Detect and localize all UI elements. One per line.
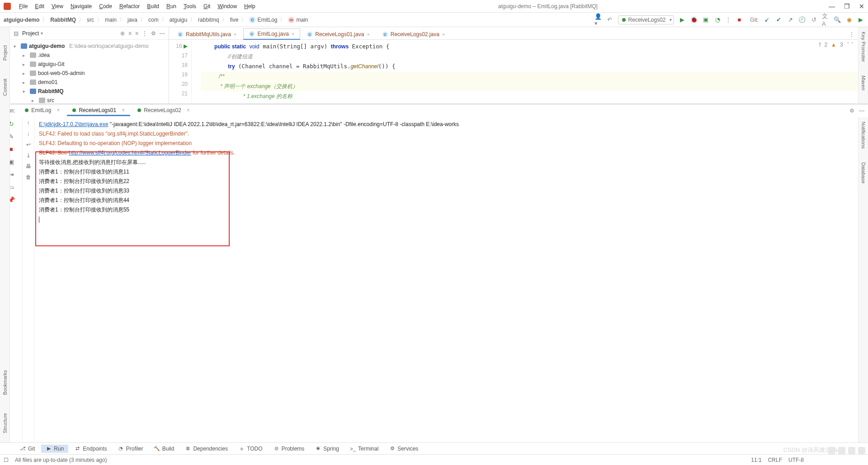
menu-code[interactable]: Code	[96, 2, 115, 10]
project-pane-title[interactable]: Project ▾	[22, 30, 43, 37]
menu-window[interactable]: Window	[215, 2, 240, 10]
tree-item-src[interactable]: ▸src	[10, 96, 169, 103]
vcs-update-icon[interactable]: ↙	[763, 16, 770, 23]
expand-all-icon[interactable]: ≡	[128, 30, 132, 37]
vcs-history-icon[interactable]: 🕘	[798, 16, 806, 23]
close-button[interactable]: ✕	[859, 3, 864, 10]
bottom-spring[interactable]: ❀Spring	[311, 445, 344, 453]
breadcrumb[interactable]: atguigu-demo〉 RabbitMQ〉 src〉main〉java〉co…	[4, 16, 308, 23]
bottom-dependencies[interactable]: ≣Dependencies	[180, 445, 232, 453]
editor-tab-EmitLog.java[interactable]: CEmitLog.java×	[243, 28, 300, 40]
collapse-all-icon[interactable]: ≡	[135, 30, 138, 37]
inspection-widget[interactable]: !2 ▲3 ˄ ˅	[819, 42, 854, 48]
tree-item-atguigu-Git[interactable]: ▸atguigu-Git	[10, 60, 169, 69]
search-icon[interactable]: 🔍	[834, 16, 841, 23]
console-output[interactable]: E:\jdk\jdk-17.0.2\bin\java.exe "-javaage…	[34, 117, 858, 442]
menu-build[interactable]: Build	[144, 2, 162, 10]
crumb-part[interactable]: java	[127, 17, 137, 23]
down-icon[interactable]: ↓	[27, 131, 30, 137]
undo-icon[interactable]: ↶	[606, 16, 613, 23]
run-hide-icon[interactable]: —	[859, 108, 864, 114]
editor-tabs-more-icon[interactable]: ⋮	[845, 29, 858, 39]
scroll-end-icon[interactable]: ⤓	[26, 152, 31, 159]
crumb-method[interactable]: main	[296, 17, 308, 23]
bottom-problems[interactable]: ⊘Problems	[269, 445, 309, 453]
up-icon[interactable]: ↑	[27, 120, 30, 126]
run-tab-EmitLog[interactable]: EmitLog×	[19, 106, 65, 116]
menu-refactor[interactable]: Refactor	[117, 2, 142, 10]
line-separator[interactable]: CRLF	[768, 457, 782, 463]
menu-tools[interactable]: Tools	[181, 2, 199, 10]
code-content[interactable]: public static void main(String[] argv) t…	[192, 40, 858, 103]
bottom-services[interactable]: ⚙Services	[385, 445, 423, 453]
console-cmd-link[interactable]: E:\jdk\jdk-17.0.2\bin\java.exe	[39, 121, 108, 127]
tree-item-.idea[interactable]: ▸.idea	[10, 51, 169, 60]
show-options-icon[interactable]: ⋮	[142, 30, 147, 37]
maximize-button[interactable]: ❐	[844, 3, 850, 10]
menu-git[interactable]: Git	[201, 2, 213, 10]
side-commit[interactable]: Commit	[2, 79, 8, 96]
user-icon[interactable]: 👤▾	[594, 16, 602, 23]
bottom-git[interactable]: ⎇Git	[15, 445, 39, 453]
menu-file[interactable]: File	[16, 2, 30, 10]
menu-help[interactable]: Help	[241, 2, 258, 10]
side-maven[interactable]: Maven	[861, 75, 866, 90]
vcs-commit-icon[interactable]: ✔	[775, 16, 782, 23]
code-with-me-icon[interactable]: ▶	[857, 16, 864, 23]
menu-run[interactable]: Run	[164, 2, 179, 10]
file-encoding[interactable]: UTF-8	[788, 457, 804, 463]
crumb-part[interactable]: rabbitmq	[198, 17, 219, 23]
caret-position[interactable]: 11:1	[751, 457, 761, 463]
hide-pane-icon[interactable]: —	[160, 30, 165, 37]
crumb-module[interactable]: RabbitMQ	[50, 17, 76, 23]
minimize-button[interactable]: —	[829, 3, 835, 10]
menu-view[interactable]: View	[49, 2, 66, 10]
side-project[interactable]: Project	[2, 45, 8, 61]
editor-tab-RabbitMqUtils.java[interactable]: CRabbitMqUtils.java×	[172, 29, 242, 39]
debug-icon[interactable]: 🐞	[690, 16, 698, 23]
side-key-promoter[interactable]: Key Promoter	[861, 32, 866, 62]
bottom-endpoints[interactable]: ⇄Endpoints	[70, 445, 111, 453]
soft-wrap-icon[interactable]: ↩	[26, 141, 31, 148]
bottom-build[interactable]: 🔨Build	[150, 445, 179, 453]
crumb-part[interactable]: com	[148, 17, 159, 23]
tree-root[interactable]: ▾ atguigu-demo E:\idea-workspace\atguigu…	[10, 42, 169, 51]
tree-item-demo01[interactable]: ▸demo01	[10, 78, 169, 87]
tree-item-RabbitMQ[interactable]: ▾RabbitMQ	[10, 87, 169, 96]
bottom-todo[interactable]: ≡TODO	[234, 445, 267, 453]
close-run-tab-icon[interactable]: ×	[187, 107, 190, 113]
side-notifications[interactable]: Notifications	[861, 122, 866, 149]
gear-icon[interactable]: ⚙	[151, 30, 156, 37]
crumb-part[interactable]: atguigu	[170, 17, 187, 23]
menu-navigate[interactable]: Navigate	[68, 2, 94, 10]
editor-tab-ReceiveLogs02.java[interactable]: CReceiveLogs02.java×	[377, 29, 451, 39]
close-tab-icon[interactable]: ×	[442, 32, 445, 37]
side-bookmarks[interactable]: Bookmarks	[2, 370, 8, 395]
bottom-run[interactable]: ▶Run	[41, 445, 68, 453]
bottom-profiler[interactable]: ◔Profiler	[113, 445, 148, 453]
project-tree[interactable]: ▾ atguigu-demo E:\idea-workspace\atguigu…	[10, 40, 169, 103]
translate-icon[interactable]: 文A	[822, 16, 829, 23]
ide-update-icon[interactable]: ◉	[845, 16, 853, 23]
close-run-tab-icon[interactable]: ×	[122, 107, 125, 113]
clear-icon[interactable]: 🗑	[26, 174, 31, 180]
coverage-icon[interactable]: ▣	[702, 16, 709, 23]
crumb-class[interactable]: EmitLog	[257, 17, 277, 23]
profile-icon[interactable]: ◔	[714, 16, 721, 23]
tree-item-boot-web-05-admin[interactable]: ▸boot-web-05-admin	[10, 69, 169, 78]
close-tab-icon[interactable]: ×	[292, 31, 294, 37]
close-tab-icon[interactable]: ×	[234, 32, 236, 37]
crumb-part[interactable]: src	[87, 17, 94, 23]
stop-icon[interactable]: ■	[736, 16, 743, 23]
slf4j-link[interactable]: http://www.slf4j.org/codes.html#StaticLo…	[69, 150, 191, 156]
close-run-tab-icon[interactable]: ×	[57, 107, 60, 113]
crumb-part[interactable]: five	[230, 17, 239, 23]
run-settings-icon[interactable]: ⚙	[849, 108, 854, 114]
side-database[interactable]: Database	[861, 162, 866, 183]
run-config-selector[interactable]: ReceiveLogs02	[618, 15, 675, 24]
run-tab-ReceiveLogs01[interactable]: ReceiveLogs01×	[67, 106, 130, 116]
run-icon[interactable]: ▶	[679, 16, 686, 23]
print-icon[interactable]: 🖶	[26, 163, 31, 169]
vcs-push-icon[interactable]: ↗	[787, 16, 794, 23]
side-structure[interactable]: Structure	[2, 413, 8, 433]
